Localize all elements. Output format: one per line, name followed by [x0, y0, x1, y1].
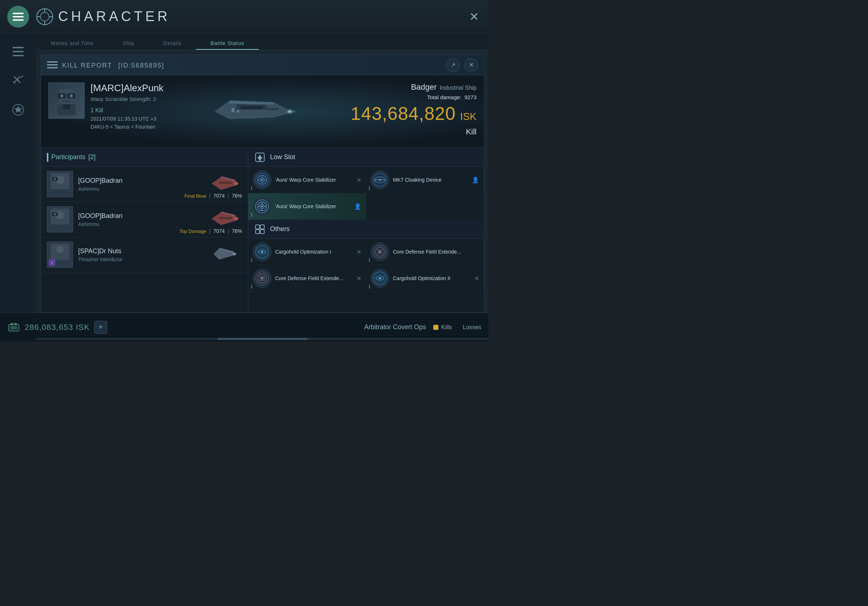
slot-item-icon-1 [253, 170, 271, 189]
svg-rect-25 [231, 108, 234, 112]
losses-label[interactable]: Losses [463, 324, 481, 331]
participant-name-3: [SPAC]Dr Nuts [78, 247, 210, 255]
kr-avatar-section: [MARC]AlexPunk Warp Scramble Strength: 2… [41, 75, 171, 147]
participant-row[interactable]: [GOOP]Badran Ashimmu Final Blow | [41, 167, 248, 202]
sidebar-item-star[interactable] [7, 99, 29, 121]
kr-close-button[interactable]: ✕ [464, 58, 478, 72]
ship-class: Industrial Ship [440, 85, 476, 91]
slot-item[interactable]: 1 Cargohold Optimization I ✕ [248, 239, 366, 265]
tab-money-time[interactable]: Money and Time [36, 37, 108, 50]
kill-stats: Badger Industrial Ship Total damage: 927… [351, 82, 476, 137]
others-header: Others [248, 220, 484, 239]
svg-rect-26 [237, 110, 239, 113]
slots-panel[interactable]: Low Slot 1 [248, 148, 484, 312]
sidebar-item-menu[interactable] [7, 41, 29, 62]
top-bar: CHARACTER ✕ [0, 0, 488, 33]
sidebar-item-swords[interactable] [7, 70, 29, 91]
svg-point-33 [60, 94, 63, 97]
tab-ship[interactable]: Ship [108, 37, 149, 50]
slot-item-icon-3 [253, 197, 271, 216]
slot-item-icon-2 [370, 170, 389, 189]
others-item-icon-3 [253, 269, 271, 288]
svg-rect-51 [51, 224, 69, 232]
low-slot-title: Low Slot [270, 153, 295, 161]
participant-info-1: [GOOP]Badran Ashimmu [78, 177, 210, 192]
svg-point-79 [261, 206, 263, 207]
participant-corp-1: Ashimmu [78, 186, 210, 192]
kill-location: D4KU-5 < Taurus < Fountain [90, 124, 164, 130]
kill-report-header: KILL REPORT [ID:5685895] ↗ ✕ [41, 55, 484, 75]
others-item-icon-1 [253, 242, 271, 261]
kills-label[interactable]: Kills [433, 324, 452, 331]
participant-damage-2: Top Damage | 7074 | 76% [180, 228, 242, 234]
participants-count: [2] [88, 153, 96, 161]
participants-panel: Participants [2] [41, 148, 248, 312]
participant-row[interactable]: i [SPAC]Dr Nuts Thrasher Interdictor [41, 237, 248, 272]
isk-unit: ISK [460, 111, 476, 122]
kill-datetime: 2021/07/09 11:35:13 UTC +3 [90, 116, 164, 122]
kill-report-lower: Participants [2] [41, 148, 484, 312]
low-slot-icon [254, 152, 266, 163]
others-item-icon-4 [370, 269, 389, 288]
character-info: [MARC]AlexPunk Warp Scramble Strength: 2… [90, 82, 164, 130]
svg-point-67 [261, 179, 263, 181]
tab-battle-status[interactable]: Battle Status [196, 37, 259, 50]
svg-rect-105 [10, 326, 17, 329]
top-damage-label: Top Damage [180, 229, 206, 234]
bottom-ship-name: Arbitrator Covert Ops [364, 323, 426, 331]
slot-item[interactable]: 1 [248, 193, 366, 220]
slot-item[interactable]: 1 Core Defense Field Extende... [366, 239, 484, 265]
character-name: [MARC]AlexPunk [90, 82, 164, 94]
kill-report-info: [MARC]AlexPunk Warp Scramble Strength: 2… [41, 75, 484, 148]
svg-point-54 [234, 217, 239, 221]
svg-point-34 [70, 94, 73, 97]
others-item-x-1[interactable]: ✕ [356, 249, 361, 255]
slot-item[interactable]: 1 [248, 167, 366, 193]
svg-point-50 [54, 213, 56, 215]
svg-marker-17 [14, 106, 22, 113]
svg-rect-84 [256, 225, 259, 229]
scroll-thumb[interactable] [217, 338, 308, 340]
menu-button[interactable] [7, 6, 29, 28]
others-item-x-4[interactable]: ✕ [474, 275, 479, 282]
ship-image-area [196, 75, 307, 147]
kills-losses: Kills Losses [433, 324, 481, 331]
svg-rect-32 [66, 95, 67, 97]
rank-badge: i [49, 260, 55, 266]
kr-export-button[interactable]: ↗ [446, 58, 460, 72]
slot-item[interactable]: 1 Cargohold Optimization II ✕ [366, 265, 484, 292]
character-stat: Warp Scramble Strength: 2 [90, 96, 164, 102]
svg-rect-86 [256, 230, 259, 233]
slot-qty: 1 [250, 284, 253, 289]
svg-rect-10 [13, 51, 23, 52]
ship-name: Badger [411, 82, 437, 92]
slot-qty: 1 [250, 258, 253, 263]
participant-name-2: [GOOP]Badran [78, 212, 210, 220]
slot-item[interactable]: 1 Core Defense Field Extende... ✕ [248, 265, 366, 292]
svg-point-28 [288, 110, 291, 113]
others-item-x-3[interactable]: ✕ [356, 275, 361, 282]
slot-qty: 1 [250, 186, 253, 191]
participant-damage-1: Final Blow | 7074 | 76% [184, 193, 242, 199]
low-slot-header: Low Slot [248, 148, 484, 167]
svg-rect-37 [63, 104, 70, 109]
kr-menu-button[interactable] [47, 60, 58, 71]
slot-item-person-3: 👤 [354, 203, 361, 210]
bottom-plus-button[interactable]: + [94, 321, 107, 334]
participants-header: Participants [2] [41, 148, 248, 167]
others-item-name-3: Core Defense Field Extende... [275, 275, 354, 281]
svg-rect-22 [240, 106, 262, 109]
svg-point-95 [379, 251, 381, 253]
close-top-button[interactable]: ✕ [467, 9, 481, 24]
slot-item-x-1[interactable]: ✕ [356, 176, 361, 184]
slot-item-name-2: MK7 Cloaking Device [393, 177, 470, 183]
participant-row[interactable]: [GOOP]Badran Ashimmu Top Damage | [41, 202, 248, 237]
tab-details[interactable]: Details [149, 37, 196, 50]
participant-name-1: [GOOP]Badran [78, 177, 210, 185]
slot-item-name-1: 'Aura' Warp Core Stabilizer [275, 177, 354, 183]
slot-item[interactable]: 1 MK7 Cloaking Device 👤 [366, 167, 484, 193]
participants-title: Participants [51, 153, 85, 161]
svg-rect-35 [62, 100, 71, 102]
others-item-name-4: Cargohold Optimization II [393, 275, 472, 281]
svg-rect-85 [260, 225, 264, 229]
